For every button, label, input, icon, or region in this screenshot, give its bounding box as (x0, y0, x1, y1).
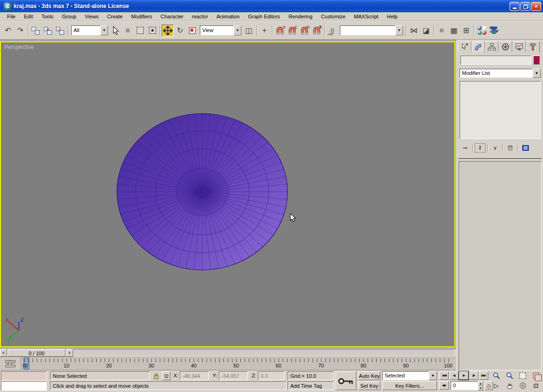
menu-views[interactable]: Views (81, 13, 103, 20)
chevron-down-icon[interactable]: ▼ (100, 25, 108, 35)
time-slider-handle[interactable]: 0 / 100 (8, 349, 66, 357)
angle-snap-icon[interactable]: ∠ (286, 24, 298, 37)
play-button[interactable]: ▶ (459, 371, 469, 380)
rollout-area[interactable] (459, 161, 542, 370)
menu-create[interactable]: Create (103, 13, 127, 20)
cone-object[interactable] (1, 42, 454, 346)
curve-editor-icon[interactable]: ▦ (448, 24, 460, 37)
next-frame-button[interactable]: |▶ (469, 371, 478, 380)
chevron-down-icon[interactable]: ▼ (533, 69, 541, 78)
menu-customize[interactable]: Customize (317, 13, 350, 20)
tab-modify[interactable] (471, 41, 485, 53)
redo-icon[interactable]: ↷ (14, 24, 26, 37)
menu-rendering[interactable]: Rendering (284, 13, 317, 20)
menu-character[interactable]: Character (156, 13, 188, 20)
set-keys-button[interactable] (336, 371, 356, 390)
show-end-result-button[interactable]: ‖ (475, 143, 485, 153)
undo-icon[interactable]: ↶ (2, 24, 14, 37)
maxscript-listener-macro-line[interactable] (1, 371, 47, 381)
object-color-swatch[interactable] (533, 56, 540, 65)
current-frame-field[interactable]: 0 (451, 381, 478, 390)
snaps-toggle-icon[interactable]: 3 (274, 24, 286, 37)
pan-icon[interactable] (503, 381, 516, 390)
key-mode-toggle-button[interactable]: ◀▶ (439, 381, 449, 390)
reference-coordinate-dropdown[interactable]: View▼ (200, 25, 241, 35)
spinner-snap-icon[interactable]: ⇅ (311, 24, 323, 37)
menu-edit[interactable]: Edit (20, 13, 37, 20)
zoom-all-icon[interactable] (503, 371, 516, 380)
object-name-field[interactable] (461, 56, 531, 65)
menu-graph-editors[interactable]: Graph Editors (244, 13, 284, 20)
named-selection-sets-icon[interactable]: {}ABC (326, 24, 338, 37)
select-and-scale-icon[interactable] (186, 24, 198, 37)
chevron-down-icon[interactable]: ▼ (234, 25, 241, 35)
tab-utilities[interactable] (526, 41, 540, 52)
bind-to-space-warp-icon[interactable]: ≈ (54, 24, 66, 37)
z-coord-field[interactable]: 0.0 (258, 371, 284, 380)
set-key-button[interactable]: Set Key (358, 381, 380, 390)
material-editor-icon[interactable] (476, 24, 488, 37)
chevron-down-icon[interactable]: ▼ (395, 25, 403, 35)
tab-hierarchy[interactable] (485, 41, 499, 52)
named-selection-dropdown[interactable]: ▼ (340, 25, 403, 35)
pin-stack-button[interactable]: ⊸ (460, 143, 470, 153)
menu-group[interactable]: Group (58, 13, 81, 20)
remove-modifier-button[interactable] (505, 143, 516, 153)
key-filter-selection-dropdown[interactable]: Selected ▼ (382, 371, 437, 380)
open-mini-curve-editor-button[interactable] (2, 359, 19, 369)
zoom-extents-icon[interactable] (517, 371, 529, 380)
go-to-start-button[interactable]: |◀◀ (439, 371, 449, 380)
title-bar[interactable]: S kraj.max - 3ds max 7 - Stand-alone Lic… (0, 0, 543, 12)
layer-manager-icon[interactable]: ≡ (436, 24, 448, 37)
menu-reactor[interactable]: reactor (188, 13, 212, 20)
schematic-view-icon[interactable]: ⊞ (460, 24, 472, 37)
select-and-move-icon[interactable] (162, 24, 174, 37)
select-and-link-icon[interactable] (30, 24, 42, 37)
menu-modifiers[interactable]: Modifiers (127, 13, 156, 20)
perspective-viewport[interactable]: Perspective X Z Y (0, 41, 455, 347)
rectangular-selection-region-icon[interactable] (134, 24, 146, 37)
absolute-offset-toggle-icon[interactable]: ⊡ (162, 371, 171, 380)
window-crossing-icon[interactable] (146, 24, 158, 37)
menu-help[interactable]: Help (383, 13, 402, 20)
selection-filter-dropdown[interactable]: All▼ (71, 25, 108, 35)
tab-create[interactable] (458, 41, 471, 52)
selection-lock-icon[interactable] (152, 371, 160, 380)
configure-modifier-sets-button[interactable] (520, 143, 531, 153)
modifier-stack-list[interactable] (460, 81, 541, 139)
percent-snap-icon[interactable]: % (298, 24, 311, 37)
zoom-icon[interactable] (490, 371, 502, 380)
tab-display[interactable] (512, 41, 526, 52)
menu-file[interactable]: File (3, 13, 20, 20)
tab-motion[interactable] (499, 41, 512, 52)
y-coord-field[interactable]: -54.057 (219, 371, 248, 380)
align-icon[interactable]: ◪ (420, 24, 432, 37)
zoom-extents-all-icon[interactable] (530, 371, 542, 380)
field-of-view-icon[interactable]: ▷ (490, 381, 502, 390)
menu-tools[interactable]: Tools (37, 13, 58, 20)
render-scene-icon[interactable] (488, 24, 500, 37)
track-bar-ruler[interactable]: 0 0102030405060708090100 (21, 357, 455, 370)
mirror-icon[interactable]: ⋈ (408, 24, 420, 37)
go-to-end-button[interactable]: ▶▶| (479, 371, 488, 380)
time-slider-prev-button[interactable]: < (0, 349, 7, 357)
select-object-icon[interactable] (109, 24, 122, 37)
frame-spinner[interactable]: ▲▼ (478, 381, 483, 390)
time-slider-next-button[interactable]: > (66, 349, 73, 357)
select-and-rotate-icon[interactable]: ↻ (174, 24, 186, 37)
key-filters-button[interactable]: Key Filters... (382, 381, 437, 390)
use-pivot-point-center-icon[interactable]: ◫ (243, 24, 255, 37)
add-time-tag[interactable]: Add Time Tag (288, 381, 334, 390)
menu-maxscript[interactable]: MAXScript (350, 13, 383, 20)
modifier-list-dropdown[interactable]: Modifier List ▼ (460, 69, 541, 78)
previous-frame-button[interactable]: ◀| (449, 371, 459, 380)
close-button[interactable]: × (531, 2, 541, 11)
select-and-manipulate-icon[interactable]: + (258, 24, 271, 37)
auto-key-button[interactable]: Auto Key (358, 371, 380, 380)
select-by-name-icon[interactable]: ≡ (122, 24, 134, 37)
min-max-toggle-icon[interactable]: ⊡ (530, 381, 542, 390)
minimize-button[interactable] (510, 2, 519, 11)
chevron-down-icon[interactable]: ▼ (429, 371, 437, 380)
maxscript-listener-line[interactable] (1, 381, 47, 391)
arc-rotate-icon[interactable] (517, 381, 529, 390)
